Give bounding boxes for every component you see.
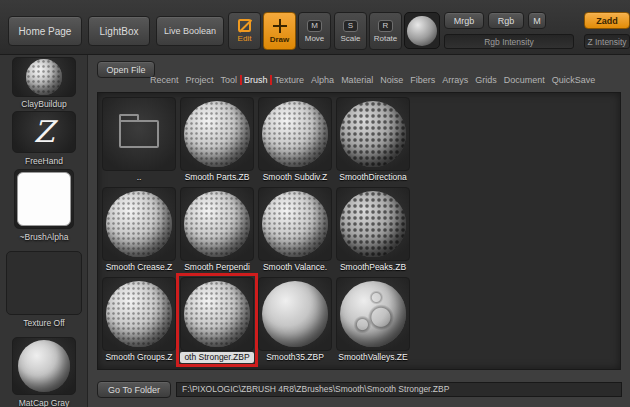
live-boolean-button[interactable]: Live Boolean — [156, 16, 224, 46]
sidebar-item-label: MatCap Gray — [0, 398, 88, 407]
thumbnail-grid: .. Smooth Parts.ZB Smooth Subdiv.Z Smoot… — [97, 92, 621, 370]
grid-item-label: oth Stronger.ZBP — [180, 352, 254, 363]
open-file-button[interactable]: Open File — [97, 61, 155, 78]
tab-project[interactable]: Project — [186, 75, 214, 85]
tab-recent[interactable]: Recent — [150, 75, 179, 85]
sidebar-item-label: ~BrushAlpha — [0, 232, 88, 242]
zbrush-window: Home Page LightBox Live Boolean Edit Dra… — [0, 0, 630, 407]
grid-item[interactable]: Smooth Perpendi — [180, 187, 254, 273]
edit-label: Edit — [238, 35, 252, 43]
tab-texture[interactable]: Texture — [275, 75, 305, 85]
tab-noise[interactable]: Noise — [380, 75, 403, 85]
material-preview-button[interactable] — [404, 12, 440, 49]
grid-item[interactable]: SmoothValleys.ZE — [336, 277, 410, 363]
matcap-sphere-icon — [18, 340, 70, 392]
lightbox-button[interactable]: LightBox — [88, 16, 150, 46]
edit-icon — [238, 19, 251, 32]
grid-item[interactable]: Smooth Subdiv.Z — [258, 97, 332, 183]
scale-icon: S — [343, 20, 358, 32]
move-button[interactable]: M Move — [298, 12, 331, 50]
grid-item[interactable]: Smooth35.ZBP — [258, 277, 332, 363]
tab-alpha[interactable]: Alpha — [311, 75, 334, 85]
go-to-folder-button[interactable]: Go To Folder — [97, 381, 171, 398]
browser-tabs: Recent Project Tool Brush Texture Alpha … — [150, 75, 629, 85]
tab-brush[interactable]: Brush — [244, 75, 268, 85]
freehand-stroke-icon: Z — [34, 117, 55, 147]
tab-fibers[interactable]: Fibers — [410, 75, 435, 85]
sphere-thumbnail — [106, 281, 172, 347]
grid-item[interactable]: Smooth Crease.Z — [102, 187, 176, 273]
grid-item[interactable]: Smooth Parts.ZB — [180, 97, 254, 183]
z-intensity-slider[interactable]: Z Intensity — [584, 34, 630, 49]
grid-item-label: Smooth Groups.Z — [102, 352, 176, 363]
file-browser-panel: Open File Recent Project Tool Brush Text… — [88, 55, 630, 407]
file-path-field[interactable]: F:\PIXOLOGIC\ZBRUSH 4R8\ZBrushes\Smooth\… — [176, 382, 622, 397]
grid-item-label: Smooth Parts.ZB — [180, 172, 254, 183]
sphere-thumbnail — [262, 191, 328, 257]
draw-icon — [273, 19, 287, 33]
grid-item[interactable]: SmoothDirectiona — [336, 97, 410, 183]
sphere-thumbnail — [340, 191, 406, 257]
grid-item-label: Smooth Perpendi — [180, 262, 254, 273]
grid-item[interactable]: SmoothPeaks.ZB — [336, 187, 410, 273]
sphere-thumbnail — [262, 101, 328, 167]
sphere-thumbnail — [106, 191, 172, 257]
draw-button[interactable]: Draw — [263, 12, 296, 50]
sphere-thumbnail — [184, 101, 250, 167]
sidebar-item-matcap-gray[interactable] — [12, 337, 76, 395]
scale-label: Scale — [340, 35, 360, 43]
m-button[interactable]: M — [528, 12, 546, 29]
grid-item-parent-folder[interactable]: .. — [102, 97, 176, 183]
tab-quicksave[interactable]: QuickSave — [552, 75, 596, 85]
brush-sphere-icon — [26, 59, 62, 95]
move-icon: M — [307, 20, 322, 32]
grid-item[interactable]: Smooth Valance. — [258, 187, 332, 273]
grid-item-label: SmoothPeaks.ZB — [336, 262, 410, 273]
sidebar-item-freehand[interactable]: Z — [12, 111, 76, 153]
material-sphere-icon — [407, 16, 437, 46]
move-label: Move — [305, 35, 325, 43]
draw-label: Draw — [270, 36, 290, 44]
edit-button[interactable]: Edit — [228, 12, 261, 50]
sphere-thumbnail — [340, 101, 406, 167]
tab-material[interactable]: Material — [341, 75, 373, 85]
sphere-thumbnail — [262, 281, 328, 347]
folder-icon — [119, 120, 159, 148]
grid-item-label: SmoothValleys.ZE — [336, 352, 410, 363]
home-page-button[interactable]: Home Page — [8, 16, 82, 46]
rotate-button[interactable]: R Rotate — [369, 12, 402, 50]
sphere-thumbnail — [340, 281, 406, 347]
grid-item-label: Smooth Subdiv.Z — [258, 172, 332, 183]
tab-arrays[interactable]: Arrays — [442, 75, 468, 85]
mrgb-button[interactable]: Mrgb — [444, 12, 484, 29]
top-toolbar: Home Page LightBox Live Boolean Edit Dra… — [0, 0, 630, 55]
scale-button[interactable]: S Scale — [334, 12, 367, 50]
left-sidebar: ClayBuildup Z FreeHand ~BrushAlpha Textu… — [0, 55, 88, 407]
tab-tool[interactable]: Tool — [221, 75, 238, 85]
sidebar-item-label: ClayBuildup — [0, 99, 88, 109]
rotate-label: Rotate — [374, 35, 398, 43]
tab-grids[interactable]: Grids — [475, 75, 497, 85]
sidebar-item-claybuildup[interactable] — [12, 57, 76, 97]
tab-document[interactable]: Document — [504, 75, 545, 85]
sphere-thumbnail — [184, 281, 250, 347]
sidebar-item-texture-off[interactable] — [6, 251, 82, 315]
rgb-intensity-slider[interactable]: Rgb Intensity — [444, 34, 574, 49]
rgb-button[interactable]: Rgb — [488, 12, 524, 29]
grid-item[interactable]: Smooth Groups.Z — [102, 277, 176, 363]
grid-item-label: Smooth Valance. — [258, 262, 332, 273]
grid-item-label: .. — [102, 172, 176, 183]
sphere-thumbnail — [184, 191, 250, 257]
sidebar-item-brushalpha[interactable] — [14, 169, 74, 229]
grid-item-selected[interactable]: oth Stronger.ZBP — [180, 277, 254, 363]
zadd-button[interactable]: Zadd — [584, 12, 630, 29]
rotate-icon: R — [378, 20, 393, 32]
sidebar-item-label: Texture Off — [0, 318, 88, 328]
alpha-square-icon — [17, 172, 71, 226]
sidebar-item-label: FreeHand — [0, 156, 88, 166]
grid-item-label: SmoothDirectiona — [336, 172, 410, 183]
grid-item-label: Smooth Crease.Z — [102, 262, 176, 273]
grid-item-label: Smooth35.ZBP — [258, 352, 332, 363]
